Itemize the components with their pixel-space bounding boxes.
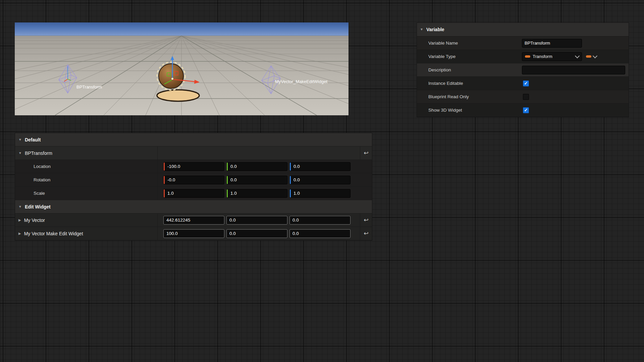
- viewport-preview[interactable]: BPTransform MyVector_MakeEditWidget: [15, 22, 348, 115]
- actor-label-bptransform: BPTransform: [76, 84, 102, 89]
- scale-row: Scale: [15, 187, 372, 200]
- scale-z-input[interactable]: [291, 189, 350, 197]
- my-vector-make-x-field: [163, 229, 224, 238]
- instance-editable-row: Instance Editable: [417, 77, 629, 90]
- my-vector-make-x-input[interactable]: [164, 230, 224, 238]
- location-y-input[interactable]: [228, 163, 287, 171]
- bptransform-property-label: BPTransform: [25, 150, 52, 156]
- show-3d-widget-label: Show 3D Widget: [417, 108, 522, 113]
- location-z-input[interactable]: [291, 163, 350, 171]
- chevron-down-icon: [575, 53, 580, 58]
- variable-type-value: Transform: [533, 54, 552, 59]
- instance-editable-checkbox[interactable]: [523, 80, 529, 86]
- my-vector-z-field: [289, 216, 351, 225]
- blueprint-read-only-checkbox[interactable]: [523, 94, 529, 100]
- scale-y-input[interactable]: [228, 189, 287, 197]
- my-vector-x-input[interactable]: [164, 216, 224, 224]
- defaults-panel: Default BPTransform Location: [15, 133, 372, 241]
- collapse-arrow-icon[interactable]: [420, 28, 423, 31]
- reset-to-default-button[interactable]: [364, 217, 368, 223]
- reset-to-default-button[interactable]: [364, 150, 368, 156]
- default-category-title: Default: [25, 137, 41, 142]
- rotation-y-field: [226, 176, 287, 184]
- bptransform-row: BPTransform: [15, 146, 372, 160]
- reset-to-default-button[interactable]: [364, 231, 368, 236]
- my-vector-make-y-input[interactable]: [227, 230, 287, 238]
- variable-name-label: Variable Name: [417, 41, 522, 46]
- container-type-selector[interactable]: [586, 55, 597, 58]
- my-vector-make-edit-widget-label: My Vector Make Edit Widget: [24, 231, 83, 236]
- location-z-field: [289, 162, 351, 171]
- my-vector-z-input[interactable]: [290, 216, 350, 224]
- variable-section-title: Variable: [426, 27, 444, 32]
- variable-type-label: Variable Type: [417, 54, 522, 59]
- variable-panel: Variable Variable Name Variable Type Tra…: [417, 22, 629, 117]
- rotation-z-input[interactable]: [291, 176, 350, 184]
- variable-type-dropdown[interactable]: Transform: [522, 52, 582, 61]
- scale-z-field: [289, 189, 351, 198]
- transform-type-pill-icon: [525, 55, 530, 58]
- variable-type-row: Variable Type Transform: [417, 50, 629, 63]
- scale-y-field: [226, 189, 287, 198]
- my-vector-label: My Vector: [24, 218, 45, 223]
- my-vector-make-y-field: [226, 229, 287, 238]
- chevron-down-icon: [593, 53, 597, 58]
- sky: [15, 22, 348, 36]
- expander-arrow-icon[interactable]: [18, 232, 21, 235]
- location-label: Location: [15, 164, 51, 169]
- description-row: Description: [417, 63, 629, 77]
- location-x-field: [163, 162, 224, 171]
- show-3d-widget-checkbox[interactable]: [523, 107, 529, 113]
- blueprint-read-only-row: Blueprint Read Only: [417, 90, 629, 104]
- instance-editable-label: Instance Editable: [417, 81, 522, 86]
- scale-label: Scale: [15, 191, 45, 196]
- location-y-field: [226, 162, 287, 171]
- description-input[interactable]: [522, 66, 625, 74]
- expander-arrow-icon[interactable]: [18, 152, 22, 155]
- my-vector-make-edit-widget-row: My Vector Make Edit Widget: [15, 227, 372, 240]
- variable-section-header[interactable]: Variable: [417, 23, 629, 37]
- my-vector-y-input[interactable]: [227, 216, 287, 224]
- location-x-input[interactable]: [165, 163, 224, 171]
- actor-label-myvector: MyVector_MakeEditWidget: [275, 79, 327, 84]
- edit-widget-category-title: Edit Widget: [25, 204, 51, 209]
- my-vector-y-field: [226, 216, 287, 225]
- my-vector-make-z-input[interactable]: [290, 230, 350, 238]
- edit-widget-category-header[interactable]: Edit Widget: [15, 200, 372, 214]
- collapse-arrow-icon[interactable]: [18, 138, 22, 141]
- rotation-row: Rotation: [15, 173, 372, 187]
- description-label: Description: [417, 67, 522, 72]
- variable-name-row: Variable Name: [417, 37, 629, 50]
- my-vector-make-z-field: [289, 229, 351, 238]
- scale-x-input[interactable]: [165, 189, 224, 197]
- blueprint-read-only-label: Blueprint Read Only: [417, 94, 522, 99]
- default-category-header[interactable]: Default: [15, 133, 372, 146]
- my-vector-x-field: [163, 216, 224, 225]
- expander-arrow-icon[interactable]: [18, 219, 21, 222]
- container-type-pill-icon: [586, 55, 591, 58]
- variable-name-input[interactable]: [522, 39, 582, 48]
- my-vector-row: My Vector: [15, 214, 372, 227]
- rotation-label: Rotation: [15, 177, 50, 182]
- show-3d-widget-row: Show 3D Widget: [417, 104, 629, 117]
- graph-canvas[interactable]: BPTransform MyVector_MakeEditWidget: [0, 0, 644, 362]
- scale-x-field: [163, 189, 224, 198]
- rotation-y-input[interactable]: [228, 176, 287, 184]
- viewport-scene: BPTransform MyVector_MakeEditWidget: [15, 22, 348, 115]
- location-row: Location: [15, 160, 372, 173]
- rotation-z-field: [289, 176, 351, 184]
- collapse-arrow-icon[interactable]: [18, 205, 22, 208]
- rotation-x-field: [163, 176, 224, 184]
- rotation-x-input[interactable]: [165, 176, 224, 184]
